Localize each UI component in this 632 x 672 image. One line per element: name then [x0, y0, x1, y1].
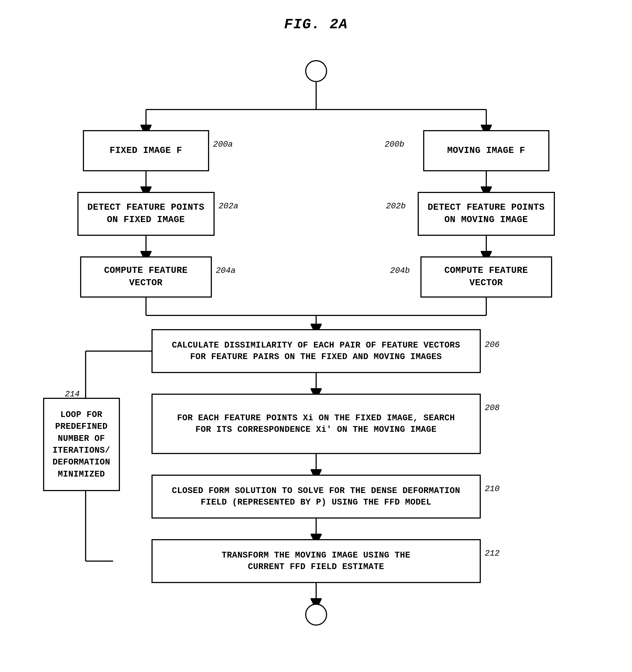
- ref-210: 210: [485, 484, 500, 494]
- ref-202b: 202b: [386, 201, 406, 211]
- ref-200a: 200a: [213, 140, 233, 149]
- transform-box: TRANSFORM THE MOVING IMAGE USING THE CUR…: [151, 539, 481, 583]
- loop-box: LOOP FOR PREDEFINED NUMBER OF ITERATIONS…: [43, 398, 120, 491]
- end-node: [305, 604, 327, 626]
- compute-moving-box: COMPUTE FEATURE VECTOR: [420, 256, 552, 297]
- figure-title: FIG. 2A: [22, 17, 610, 33]
- moving-image-box: MOVING IMAGE F: [423, 130, 550, 171]
- compute-fixed-box: COMPUTE FEATURE VECTOR: [80, 256, 212, 297]
- flowchart: FIXED IMAGE F 200a MOVING IMAGE F 200b D…: [28, 49, 604, 653]
- fixed-image-box: FIXED IMAGE F: [83, 130, 209, 171]
- ref-212: 212: [485, 549, 500, 558]
- start-node: [305, 60, 327, 82]
- dissimilarity-box: CALCULATE DISSIMILARITY OF EACH PAIR OF …: [151, 329, 481, 373]
- closed-form-box: CLOSED FORM SOLUTION TO SOLVE FOR THE DE…: [151, 475, 481, 519]
- ref-204b: 204b: [390, 266, 410, 275]
- ref-206: 206: [485, 340, 500, 350]
- ref-204a: 204a: [216, 266, 236, 275]
- ref-208: 208: [485, 403, 500, 413]
- page: FIG. 2A: [0, 0, 632, 672]
- ref-202a: 202a: [219, 201, 239, 211]
- ref-200b: 200b: [385, 140, 405, 149]
- detect-fixed-box: DETECT FEATURE POINTS ON FIXED IMAGE: [77, 192, 215, 236]
- detect-moving-box: DETECT FEATURE POINTS ON MOVING IMAGE: [418, 192, 555, 236]
- search-corr-box: FOR EACH FEATURE POINTS Xi ON THE FIXED …: [151, 394, 481, 454]
- ref-214: 214: [65, 389, 80, 399]
